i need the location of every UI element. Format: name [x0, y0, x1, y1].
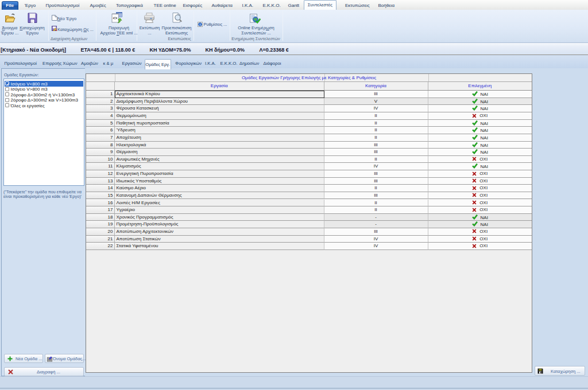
- svg-text:<>: <>: [113, 15, 118, 20]
